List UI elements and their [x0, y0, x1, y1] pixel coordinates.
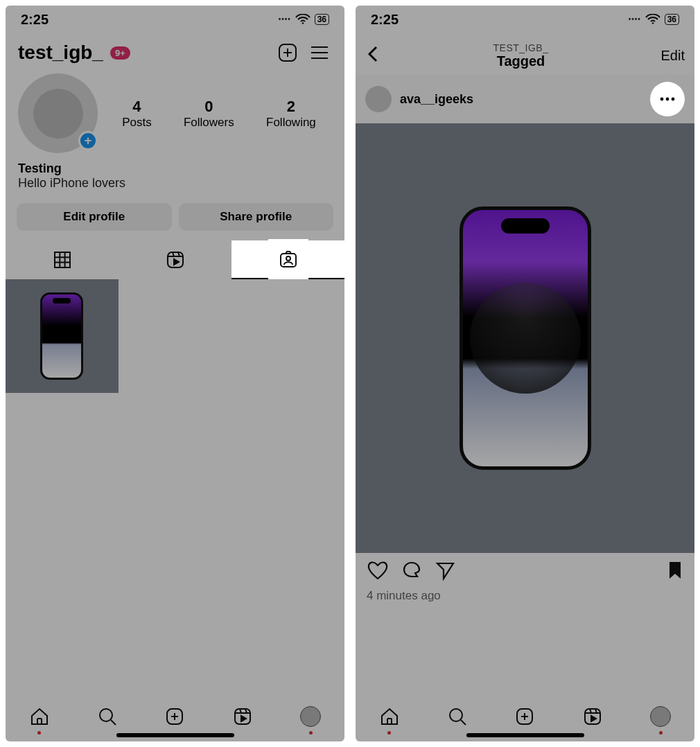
svg-point-17 — [286, 256, 290, 261]
nav-home[interactable] — [26, 703, 53, 730]
battery-icon: 36 — [665, 14, 679, 25]
status-bar: 2:25 •••• 36 — [6, 6, 344, 33]
display-name: Testing — [18, 161, 332, 176]
menu-button[interactable] — [307, 40, 332, 65]
nav-create[interactable] — [161, 703, 189, 730]
status-icons: •••• 36 — [629, 14, 679, 25]
avatar-icon — [300, 706, 321, 727]
cellular-dots-icon: •••• — [629, 15, 641, 23]
status-time: 2:25 — [21, 12, 49, 28]
share-profile-button[interactable]: Share profile — [179, 203, 334, 231]
chevron-left-icon — [365, 44, 380, 64]
post-user-row: ava__igeeks — [356, 75, 694, 123]
hamburger-icon — [310, 45, 329, 60]
avatar-icon — [650, 706, 671, 727]
svg-rect-7 — [55, 252, 70, 267]
profile-buttons: Edit profile Share profile — [6, 193, 344, 238]
add-story-button[interactable]: + — [78, 131, 98, 150]
tab-grid[interactable] — [6, 240, 119, 279]
bio-section: Testing Hello iPhone lovers — [6, 153, 344, 193]
nav-search[interactable] — [444, 703, 471, 730]
heart-icon — [367, 560, 389, 581]
nav-reels[interactable] — [229, 703, 256, 730]
stat-following-label: Following — [266, 116, 316, 130]
plus-square-icon — [514, 706, 535, 727]
svg-point-30 — [651, 22, 654, 24]
post-actions — [356, 553, 694, 586]
tab-reels[interactable] — [119, 240, 231, 279]
header-subtitle: TEST_IGB_ — [390, 42, 651, 53]
bookmark-icon — [667, 560, 683, 581]
home-indicator — [116, 733, 234, 737]
stat-posts[interactable]: 4 Posts — [122, 98, 152, 130]
phone-image-icon — [40, 292, 83, 380]
profile-screen: 2:25 •••• 36 test_igb_ 9+ — [6, 6, 344, 741]
bookmark-button[interactable] — [667, 560, 683, 583]
tab-tagged[interactable] — [231, 240, 344, 279]
stat-following[interactable]: 2 Following — [266, 98, 316, 130]
username[interactable]: test_igb_ — [18, 42, 103, 64]
nav-profile[interactable] — [647, 703, 674, 730]
wifi-icon — [295, 14, 310, 25]
nav-home[interactable] — [376, 703, 403, 730]
tagged-grid — [6, 279, 344, 692]
post-options-button[interactable] — [650, 82, 685, 116]
reels-icon — [232, 706, 253, 727]
svg-line-38 — [461, 720, 466, 725]
header-title: Tagged — [390, 53, 651, 69]
tagged-header: TEST_IGB_ Tagged Edit — [356, 36, 694, 75]
reels-icon — [582, 706, 603, 727]
post-timestamp: 4 minutes ago — [356, 586, 694, 606]
stat-posts-count: 4 — [122, 98, 152, 116]
stat-followers-count: 0 — [184, 98, 234, 116]
plus-square-icon — [277, 42, 298, 63]
phone-image-icon — [460, 206, 591, 470]
search-icon — [97, 706, 118, 727]
post-author-avatar[interactable] — [365, 86, 392, 112]
nav-profile[interactable] — [297, 703, 324, 730]
svg-point-32 — [666, 98, 670, 101]
stat-followers[interactable]: 0 Followers — [184, 98, 234, 130]
cellular-dots-icon: •••• — [279, 15, 291, 23]
tagged-post-thumb[interactable] — [6, 279, 119, 393]
stat-following-count: 2 — [266, 98, 316, 116]
plus-square-icon — [164, 706, 185, 727]
svg-point-21 — [100, 709, 112, 721]
nav-create[interactable] — [511, 703, 539, 730]
home-icon — [29, 706, 50, 727]
profile-header: test_igb_ 9+ — [6, 33, 344, 69]
svg-point-33 — [672, 98, 675, 101]
notification-badge[interactable]: 9+ — [110, 46, 130, 60]
ellipsis-icon — [659, 96, 676, 102]
post-image[interactable] — [356, 123, 694, 553]
nav-reels[interactable] — [579, 703, 606, 730]
stats-row: + 4 Posts 0 Followers 2 Following — [6, 69, 344, 153]
avatar[interactable]: + — [18, 73, 98, 153]
post-author-username[interactable]: ava__igeeks — [400, 92, 473, 107]
edit-profile-button[interactable]: Edit profile — [17, 203, 172, 231]
profile-tabs — [6, 240, 344, 279]
reels-icon — [166, 250, 185, 270]
tagged-post-screen: 2:25 •••• 36 TEST_IGB_ Tagged Edit ava__… — [356, 6, 694, 741]
nav-search[interactable] — [94, 703, 121, 730]
comment-icon — [401, 560, 422, 581]
bio-text: Hello iPhone lovers — [18, 176, 332, 191]
status-bar: 2:25 •••• 36 — [356, 6, 694, 33]
svg-line-22 — [111, 720, 116, 725]
search-icon — [447, 706, 468, 727]
create-button[interactable] — [275, 40, 300, 65]
tagged-icon — [278, 249, 299, 270]
share-button[interactable] — [435, 560, 455, 583]
svg-point-31 — [660, 98, 664, 101]
like-button[interactable] — [367, 560, 389, 583]
status-icons: •••• 36 — [279, 14, 329, 25]
battery-icon: 36 — [315, 14, 329, 25]
home-indicator — [466, 733, 584, 737]
svg-point-0 — [301, 22, 304, 24]
back-button[interactable] — [365, 44, 390, 67]
status-time: 2:25 — [371, 12, 399, 28]
stat-followers-label: Followers — [184, 116, 234, 130]
comment-button[interactable] — [401, 560, 422, 583]
grid-icon — [53, 250, 72, 270]
edit-button[interactable]: Edit — [651, 48, 685, 64]
